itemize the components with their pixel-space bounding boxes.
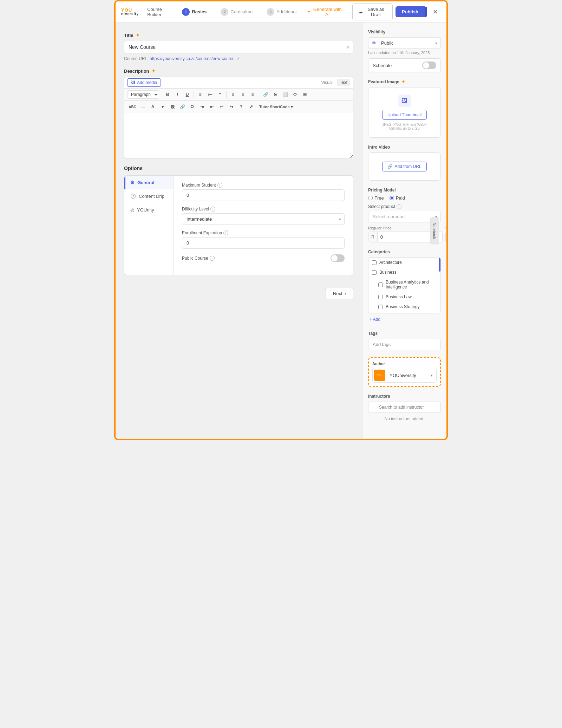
tags-input[interactable] xyxy=(368,339,441,350)
intro-video-box: 🔗 Add from URL xyxy=(368,152,441,181)
abc-button[interactable]: ABC xyxy=(127,102,138,111)
publish-button[interactable]: Publish xyxy=(396,6,425,17)
cat-business-checkbox[interactable] xyxy=(372,270,377,275)
bullet-list-button[interactable]: ≡ xyxy=(196,90,205,99)
blockquote-button[interactable]: " xyxy=(215,90,224,99)
course-url: Course URL: https://youniversity.co.za/c… xyxy=(124,56,353,61)
close-button[interactable]: ✕ xyxy=(430,7,441,17)
anchor-button[interactable]: 🔗 xyxy=(178,102,187,111)
visual-view-button[interactable]: Visual xyxy=(319,79,335,86)
free-radio-label[interactable]: Free xyxy=(368,195,384,201)
code-button[interactable]: <> xyxy=(290,90,300,99)
indent-button[interactable]: ⇥ xyxy=(197,102,207,111)
editor-toolbar-row1: Paragraph B I U ≡ ≔ " ≡ ≡ ≡ 🔗 S̶ xyxy=(124,88,353,100)
cat-communication[interactable]: Communication xyxy=(368,312,440,313)
paid-radio-label[interactable]: Paid xyxy=(390,195,405,201)
align-right-button[interactable]: ≡ xyxy=(248,90,257,99)
cat-bai[interactable]: Business Analytics and Intelligence xyxy=(368,277,440,292)
publish-dropdown-button[interactable]: ▾ xyxy=(425,7,427,17)
title-sparkle-icon: ✦ xyxy=(136,32,140,38)
step-1-num: 1 xyxy=(182,8,190,16)
instructor-search-input[interactable] xyxy=(368,402,441,413)
cat-architecture[interactable]: Architecture xyxy=(368,258,440,267)
enrollment-input[interactable] xyxy=(182,237,345,249)
cat-architecture-checkbox[interactable] xyxy=(372,260,377,265)
description-editor[interactable] xyxy=(124,113,353,158)
strikethrough-button[interactable]: S̶ xyxy=(271,90,280,99)
cat-bai-checkbox[interactable] xyxy=(378,282,383,287)
next-button[interactable]: Next › xyxy=(326,288,353,299)
paid-radio[interactable] xyxy=(390,196,394,200)
course-builder-label: Course Builder xyxy=(147,7,174,17)
difficulty-label: Difficulty Level i xyxy=(182,207,345,212)
free-radio[interactable] xyxy=(368,196,373,200)
notebook-tab[interactable]: Notebook xyxy=(430,217,438,244)
categories-box[interactable]: Architecture Business Business Analytics… xyxy=(368,257,441,313)
text-view-button[interactable]: Text xyxy=(337,79,350,86)
more-btn-1[interactable]: ⬜ xyxy=(281,90,290,99)
sparkle-icon: ✦ xyxy=(307,9,311,14)
visibility-select[interactable]: Public Private Password Protected xyxy=(368,37,441,49)
max-student-input[interactable] xyxy=(182,189,345,201)
difficulty-info-icon: i xyxy=(210,207,215,212)
step-1[interactable]: 1 Basics xyxy=(182,8,207,16)
underline-button[interactable]: U xyxy=(183,90,192,99)
save-draft-button[interactable]: ☁ Save as Draft xyxy=(352,4,393,20)
numbered-list-button[interactable]: ≔ xyxy=(205,90,215,99)
table-button[interactable]: ⊞ xyxy=(300,90,309,99)
max-student-label: Maximum Student i xyxy=(182,183,345,188)
external-link-icon: ↗ xyxy=(236,56,240,61)
circle-icon: ◎ xyxy=(130,207,134,213)
special-char-button[interactable]: Ω xyxy=(188,102,197,111)
public-course-toggle[interactable] xyxy=(331,254,345,262)
cat-business[interactable]: Business xyxy=(368,267,440,277)
editor-top-bar: 🖼 Add media Visual Text xyxy=(124,77,353,88)
cat-business-law-checkbox[interactable] xyxy=(378,295,383,299)
step-2[interactable]: 2 Curriculum xyxy=(221,8,253,16)
fullscreen-button[interactable]: ⤢ xyxy=(247,102,256,111)
hr-button[interactable]: — xyxy=(138,102,148,111)
shortcode-button[interactable]: Tutor ShortCode ▾ xyxy=(256,102,296,111)
upload-thumbnail-button[interactable]: Upload Thumbnail xyxy=(382,110,427,120)
course-url-link[interactable]: https://youniversity.co.za/courses/new-c… xyxy=(150,56,234,61)
outdent-button[interactable]: ⇤ xyxy=(207,102,216,111)
no-instructors-text: No instructors added. xyxy=(368,413,441,425)
author-select-wrap[interactable]: YOU YOUniversity ▾ xyxy=(372,368,437,383)
redo-button[interactable]: ↪ xyxy=(227,102,236,111)
options-content-drip-item[interactable]: 🕐 Content Drip xyxy=(124,189,173,203)
help-button[interactable]: ? xyxy=(237,102,246,111)
cat-business-strategy-checkbox[interactable] xyxy=(378,305,383,309)
italic-button[interactable]: I xyxy=(173,90,182,99)
align-center-button[interactable]: ≡ xyxy=(238,90,247,99)
select-product-label: Select product i xyxy=(368,204,441,209)
max-student-info-icon: i xyxy=(217,183,222,188)
public-course-row: Public Course i xyxy=(182,254,345,262)
sale-price-field: Sale Price R xyxy=(445,226,448,242)
options-younity-item[interactable]: ◎ YOUnity xyxy=(124,203,173,217)
tags-label: Tags xyxy=(368,331,441,336)
image-button[interactable]: 🖼 xyxy=(168,102,177,111)
options-general-item[interactable]: ⚙ General xyxy=(124,176,173,189)
font-dropdown[interactable]: ▾ xyxy=(158,102,167,111)
cat-business-law[interactable]: Business Law xyxy=(368,292,440,302)
add-from-url-button[interactable]: 🔗 Add from URL xyxy=(382,162,426,171)
link-button[interactable]: 🔗 xyxy=(261,90,270,99)
title-input[interactable] xyxy=(124,41,353,53)
difficulty-select[interactable]: Beginner Intermediate Advanced Expert xyxy=(182,213,345,225)
cat-business-strategy[interactable]: Business Strategy xyxy=(368,302,440,312)
step-3[interactable]: 3 Additional xyxy=(267,8,296,16)
add-media-button[interactable]: 🖼 Add media xyxy=(127,78,161,87)
title-clear-button[interactable]: ✕ xyxy=(346,44,350,50)
schedule-toggle[interactable] xyxy=(422,61,436,69)
upload-hint-text: JPEG, PNG, GIF, and WebP formats, up to … xyxy=(375,123,433,130)
add-category-button[interactable]: + Add xyxy=(368,315,382,324)
right-panel: Visibility 👁 Public Private Password Pro… xyxy=(362,22,446,439)
align-left-button[interactable]: ≡ xyxy=(228,90,237,99)
undo-button[interactable]: ↩ xyxy=(217,102,226,111)
media-icon: 🖼 xyxy=(131,80,135,85)
generate-ai-label: Generate with AI xyxy=(313,7,342,17)
paragraph-select[interactable]: Paragraph xyxy=(127,90,159,99)
generate-ai-button[interactable]: ✦ Generate with AI xyxy=(302,4,347,20)
bold-button[interactable]: B xyxy=(163,90,172,99)
font-color-button[interactable]: A xyxy=(148,102,157,111)
